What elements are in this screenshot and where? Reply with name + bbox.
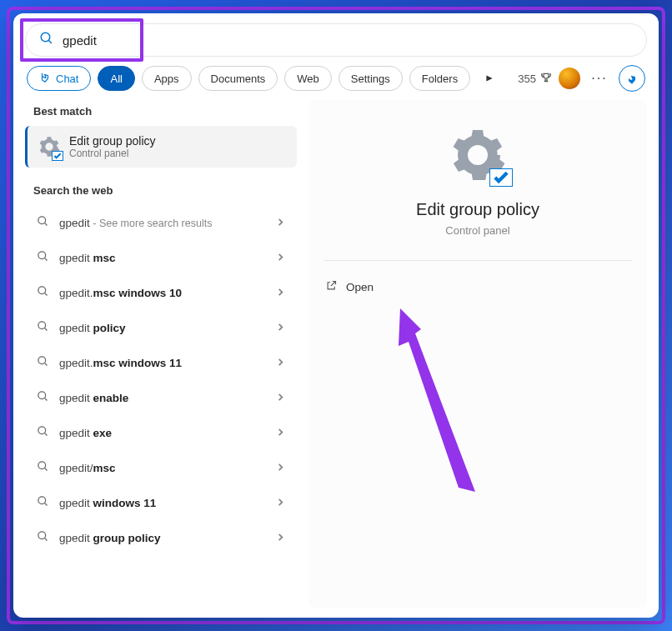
chevron-right-icon	[276, 392, 285, 404]
filter-apps[interactable]: Apps	[142, 66, 192, 91]
filter-all[interactable]: All	[98, 66, 134, 91]
control-panel-icon	[38, 135, 61, 158]
filter-documents[interactable]: Documents	[198, 66, 278, 91]
best-match-item[interactable]: Edit group policy Control panel	[25, 126, 297, 168]
web-suggestion[interactable]: gpedit policy	[25, 310, 297, 345]
svg-point-14	[38, 427, 46, 434]
web-suggestion[interactable]: gpedit - See more search results	[25, 205, 297, 240]
search-bar[interactable]	[25, 23, 647, 57]
chevron-right-icon	[276, 497, 285, 509]
svg-line-21	[44, 538, 47, 540]
suggestion-label: gpedit.msc windows 10	[59, 287, 266, 299]
open-label: Open	[346, 281, 374, 293]
chevron-right-icon	[276, 462, 285, 474]
suggestion-label: gpedit exe	[59, 427, 266, 439]
svg-line-1	[48, 40, 52, 43]
suggestion-label: gpedit - See more search results	[59, 217, 266, 229]
chevron-right-icon	[276, 532, 285, 544]
web-suggestion[interactable]: gpedit/msc	[25, 450, 297, 485]
search-icon	[37, 320, 49, 335]
chevron-right-icon	[276, 217, 285, 229]
bing-chat-icon	[39, 72, 51, 86]
filter-folders[interactable]: Folders	[409, 66, 470, 91]
search-icon	[37, 215, 49, 230]
divider	[323, 260, 632, 261]
chat-chip[interactable]: Chat	[27, 66, 91, 91]
svg-point-18	[38, 497, 46, 504]
search-icon	[37, 495, 49, 510]
search-icon	[37, 390, 49, 405]
web-suggestion[interactable]: gpedit msc	[25, 240, 297, 275]
more-filters-icon[interactable]	[477, 66, 502, 91]
preview-subtitle: Control panel	[445, 224, 509, 237]
chat-label: Chat	[56, 73, 78, 85]
chevron-right-icon	[276, 322, 285, 334]
filter-settings[interactable]: Settings	[339, 66, 403, 91]
filter-row: Chat All Apps Documents Web Settings Fol…	[25, 65, 647, 92]
svg-point-8	[38, 322, 46, 329]
search-window: Chat All Apps Documents Web Settings Fol…	[13, 13, 659, 618]
suggestion-label: gpedit windows 11	[59, 497, 266, 509]
suggestion-label: gpedit enable	[59, 392, 266, 404]
svg-line-5	[44, 258, 47, 260]
svg-point-20	[38, 532, 46, 539]
search-icon	[37, 355, 49, 370]
svg-line-11	[44, 363, 47, 365]
search-icon	[37, 250, 49, 265]
web-suggestion[interactable]: gpedit group policy	[25, 520, 297, 555]
rewards-points[interactable]: 355	[518, 72, 552, 86]
web-suggestion[interactable]: gpedit.msc windows 10	[25, 275, 297, 310]
open-external-icon	[325, 279, 338, 294]
svg-point-0	[41, 33, 50, 42]
best-match-header: Best match	[25, 100, 297, 126]
suggestion-label: gpedit.msc windows 11	[59, 357, 266, 369]
chevron-right-icon	[276, 287, 285, 299]
best-match-subtitle: Control panel	[69, 148, 156, 159]
user-avatar[interactable]	[559, 68, 580, 89]
preview-pane: Edit group policy Control panel Open	[308, 100, 647, 608]
svg-line-19	[44, 503, 47, 505]
preview-title: Edit group policy	[416, 200, 539, 219]
chevron-right-icon	[276, 252, 285, 264]
svg-line-7	[44, 293, 47, 295]
svg-point-16	[38, 462, 46, 469]
results-column: Best match Edit group policy Control pan…	[25, 100, 297, 608]
best-match-title: Edit group policy	[69, 134, 156, 148]
trophy-icon	[540, 72, 552, 86]
web-suggestion[interactable]: gpedit exe	[25, 415, 297, 450]
svg-line-13	[44, 398, 47, 400]
web-suggestion[interactable]: gpedit enable	[25, 380, 297, 415]
bing-button[interactable]	[619, 65, 645, 92]
search-input[interactable]	[63, 33, 633, 48]
svg-line-9	[44, 328, 47, 330]
search-icon	[39, 31, 54, 49]
suggestion-label: gpedit group policy	[59, 532, 266, 544]
chevron-right-icon	[276, 357, 285, 369]
web-suggestion[interactable]: gpedit windows 11	[25, 485, 297, 520]
web-suggestion-list: gpedit - See more search resultsgpedit m…	[25, 205, 297, 555]
suggestion-label: gpedit msc	[59, 252, 266, 264]
web-suggestion[interactable]: gpedit.msc windows 11	[25, 345, 297, 380]
web-header: Search the web	[25, 179, 297, 205]
svg-point-2	[38, 217, 46, 224]
svg-line-15	[44, 433, 47, 435]
svg-point-12	[38, 392, 46, 399]
preview-icon	[448, 125, 508, 185]
svg-line-3	[44, 223, 47, 225]
search-icon	[37, 285, 49, 300]
svg-point-10	[38, 357, 46, 364]
svg-point-4	[38, 252, 46, 259]
search-icon	[37, 460, 49, 475]
search-icon	[37, 530, 49, 545]
open-action[interactable]: Open	[323, 276, 632, 298]
svg-line-17	[44, 468, 47, 470]
svg-point-6	[38, 287, 46, 294]
suggestion-label: gpedit policy	[59, 322, 266, 334]
search-icon	[37, 425, 49, 440]
suggestion-label: gpedit/msc	[59, 462, 266, 474]
overflow-icon[interactable]: ···	[587, 66, 612, 91]
chevron-right-icon	[276, 427, 285, 439]
filter-web[interactable]: Web	[284, 66, 332, 91]
